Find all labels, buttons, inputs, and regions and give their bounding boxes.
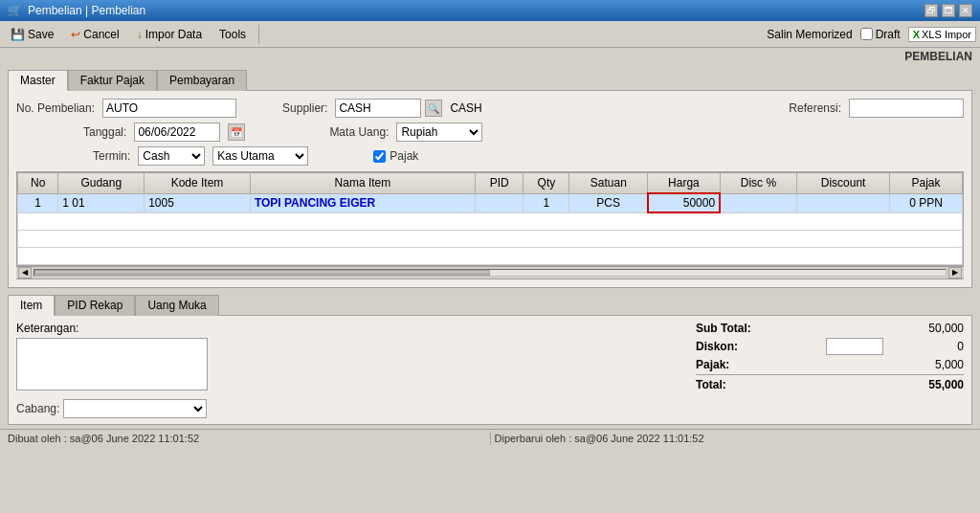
status-created: Dibuat oleh : sa@06 June 2022 11:01:52 (4, 433, 490, 444)
sub-total-row: Sub Total: 50,000 (696, 322, 964, 335)
col-pid: PID (475, 173, 523, 194)
menu-bar: 💾 Save ↩ Cancel ↓ Impor Data Tools Salin… (0, 21, 980, 48)
menu-separator (258, 25, 259, 44)
cancel-icon: ↩ (71, 28, 80, 41)
diskon-value: 0 (887, 340, 964, 353)
supplier-code-input[interactable] (335, 99, 421, 118)
tab-faktur-pajak[interactable]: Faktur Pajak (68, 70, 157, 91)
referensi-label: Referensi: (789, 101, 841, 115)
no-pembelian-input[interactable] (102, 99, 236, 118)
bottom-tab-uang-muka[interactable]: Uang Muka (135, 295, 218, 316)
mata-uang-label: Mata Uang: (329, 125, 389, 139)
close-button[interactable]: ✕ (959, 4, 972, 17)
menu-right: Salin Memorized Draft X XLS Impor (767, 27, 976, 42)
horizontal-scrollbar[interactable]: ◀ ▶ (16, 266, 964, 279)
empty-row-2 (18, 230, 963, 247)
cabang-select[interactable] (63, 399, 207, 418)
pajak-summary-row: Pajak: 5,000 (696, 358, 964, 371)
diskon-label: Diskon: (696, 340, 738, 353)
cell-no: 1 (18, 193, 58, 212)
scroll-handle[interactable] (34, 270, 490, 276)
supplier-section: 🔍 CASH (335, 99, 481, 118)
sub-total-label: Sub Total: (696, 322, 751, 335)
status-bar: Dibuat oleh : sa@06 June 2022 11:01:52 D… (0, 429, 980, 448)
diskon-input[interactable] (826, 338, 883, 355)
calendar-button[interactable]: 📅 (228, 123, 245, 141)
empty-row-3 (18, 247, 963, 264)
cell-nama-item: TOPI PANCING EIGER (250, 193, 475, 212)
import-data-button[interactable]: ↓ Impor Data (130, 25, 209, 44)
col-satuan: Satuan (569, 173, 648, 194)
bottom-right-panel: Sub Total: 50,000 Diskon: 0 Pajak: 5,000… (696, 322, 964, 418)
cell-gudang: 1 01 (58, 193, 145, 212)
section-label: PEMBELIAN (0, 48, 980, 65)
restore-button[interactable]: 🗗 (924, 4, 938, 17)
sub-total-value: 50,000 (887, 322, 964, 335)
pajak-label: Pajak (390, 149, 418, 163)
bottom-left-panel: Keterangan: Cabang: (16, 322, 686, 418)
form-row-3: Termin: Cash Kas Utama Pajak (16, 146, 964, 166)
tanggal-label: Tanggal: (83, 125, 126, 139)
import-label: Impor Data (145, 28, 202, 41)
mata-uang-select[interactable]: Rupiah (396, 123, 482, 142)
tanggal-input[interactable] (134, 123, 220, 142)
title-bar-left: 🛒 Pembelian | Pembelian (8, 4, 145, 17)
referensi-input[interactable] (849, 99, 964, 118)
pajak-summary-value: 5,000 (887, 358, 964, 371)
no-pembelian-label: No. Pembelian: (16, 101, 95, 115)
table-container: No Gudang Kode Item Nama Item PID Qty Sa… (16, 171, 964, 266)
status-updated: Diperbarui oleh : sa@06 June 2022 11:01:… (491, 433, 977, 444)
col-qty: Qty (523, 173, 569, 194)
tab-master[interactable]: Master (8, 70, 68, 91)
keterangan-input[interactable] (16, 338, 208, 390)
tab-pembayaran[interactable]: Pembayaran (157, 70, 247, 91)
cell-disc-persen (720, 193, 797, 212)
tools-button[interactable]: Tools (212, 25, 253, 44)
cancel-button[interactable]: ↩ Cancel (64, 25, 125, 44)
cell-discount (797, 193, 890, 212)
maximize-button[interactable]: 🗖 (942, 4, 955, 17)
col-pajak: Pajak (889, 173, 962, 194)
save-label: Save (28, 28, 54, 41)
cell-harga[interactable]: 50000 (648, 193, 720, 212)
bottom-tab-pid-rekap[interactable]: PID Rekap (55, 295, 135, 316)
salin-memorized-label: Salin Memorized (767, 28, 852, 41)
termin-select[interactable]: Cash (138, 146, 205, 166)
table-row[interactable]: 1 1 01 1005 TOPI PANCING EIGER 1 PCS 500… (18, 193, 963, 212)
draft-checkbox[interactable] (860, 28, 873, 40)
cell-kode-item: 1005 (145, 193, 251, 212)
save-button[interactable]: 💾 Save (4, 25, 60, 44)
col-harga: Harga (648, 173, 720, 194)
supplier-label: Supplier: (282, 101, 327, 115)
supplier-search-button[interactable]: 🔍 (425, 100, 442, 117)
diskon-row: Diskon: 0 (696, 338, 964, 355)
bottom-tab-item[interactable]: Item (8, 295, 55, 316)
cabang-label: Cabang: (16, 402, 59, 415)
pajak-checkbox[interactable] (373, 150, 386, 163)
xls-import-button[interactable]: X XLS Impor (908, 27, 976, 42)
save-icon: 💾 (11, 28, 25, 41)
scroll-left-button[interactable]: ◀ (18, 267, 32, 279)
total-value: 55,000 (887, 378, 964, 391)
scroll-track[interactable] (33, 269, 947, 277)
draft-label: Draft (876, 28, 901, 41)
total-row: Total: 55,000 (696, 378, 964, 391)
col-no: No (18, 173, 58, 194)
col-gudang: Gudang (58, 173, 145, 194)
empty-row-1 (18, 212, 963, 230)
cell-pajak: 0 PPN (889, 193, 962, 212)
cabang-row: Cabang: (16, 399, 686, 418)
draft-checkbox-group: Draft (860, 28, 901, 41)
tools-label: Tools (219, 28, 246, 41)
col-nama-item: Nama Item (250, 173, 475, 194)
keterangan-label: Keterangan: (16, 322, 686, 335)
form-row-1: No. Pembelian: Supplier: 🔍 CASH Referens… (16, 99, 964, 118)
tab-bar: Master Faktur Pajak Pembayaran (8, 69, 972, 90)
cell-qty: 1 (523, 193, 569, 212)
kas-select[interactable]: Kas Utama (212, 146, 308, 166)
cell-pid (475, 193, 523, 212)
col-kode-item: Kode Item (145, 173, 251, 194)
xls-icon: X (913, 29, 920, 40)
xls-label: XLS Impor (922, 29, 971, 40)
scroll-right-button[interactable]: ▶ (948, 267, 962, 279)
